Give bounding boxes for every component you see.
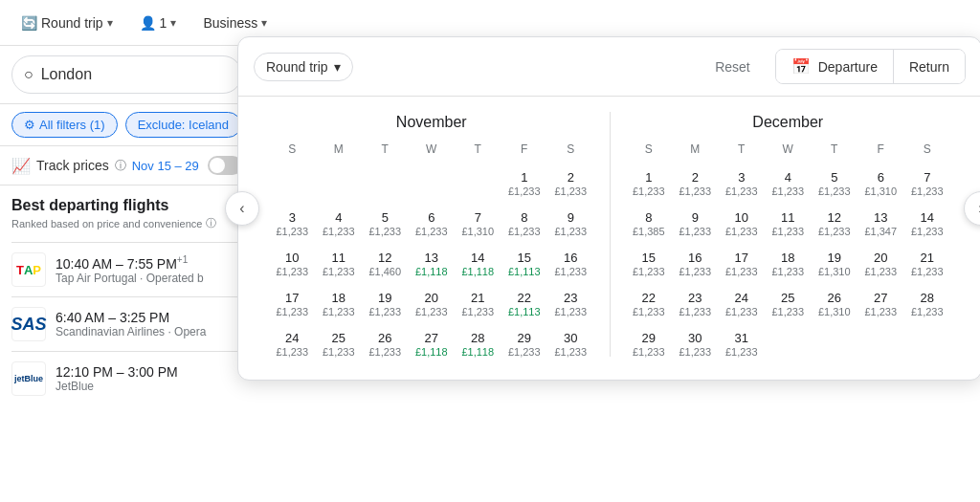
cal-cell-november-17[interactable]: 17£1,233 [269,284,316,324]
cal-cell-december-25[interactable]: 25£1,233 [765,284,812,324]
cal-cell-november-7[interactable]: 7£1,310 [455,204,501,244]
tap-time: 10:40 AM – 7:55 PM+1 [56,254,204,272]
cal-cell-november-11[interactable]: 11£1,233 [316,244,363,284]
cal-cell-november-29[interactable]: 29£1,233 [501,324,548,364]
cal-cell-december-12[interactable]: 12£1,233 [812,204,858,244]
cal-cell-december-7[interactable]: 7£1,233 [904,164,951,204]
jetblue-airline: JetBlue [56,380,178,393]
cal-cell-november-28[interactable]: 28£1,118 [455,324,501,364]
day-price: £1,233 [771,306,804,317]
cal-cell-november-14[interactable]: 14£1,118 [455,244,501,284]
flight-card-sas[interactable]: SAS 6:40 AM – 3:25 PM Scandinavian Airli… [11,296,242,351]
cal-cell-december-20[interactable]: 20£1,233 [858,244,904,284]
day-price: £1,233 [679,306,711,317]
cal-cell-november-26[interactable]: 26£1,233 [362,324,409,364]
day-number: 2 [568,170,574,185]
cal-cell-december-9[interactable]: 9£1,233 [672,204,719,244]
cal-cell-december-13[interactable]: 13£1,347 [858,204,904,244]
cal-cell-november-27[interactable]: 27£1,118 [409,324,456,364]
flight-card-jetblue[interactable]: jetBlue 12:10 PM – 3:00 PM JetBlue [11,351,242,405]
cal-cell-december-19[interactable]: 19£1,310 [812,244,858,284]
day-number: 30 [688,331,702,345]
day-price: £1,233 [368,226,401,237]
cal-cell-december-3[interactable]: 3£1,233 [719,164,766,204]
cal-cell-december-4[interactable]: 4£1,233 [765,164,812,204]
cal-cell-november-8[interactable]: 8£1,233 [501,204,548,244]
cal-cell-november-1[interactable]: 1£1,233 [501,164,548,204]
cal-cell-december-6[interactable]: 6£1,310 [858,164,904,204]
day-number: 14 [471,251,484,265]
day-price: £1,385 [633,226,665,237]
cal-cell-december-29[interactable]: 29£1,233 [626,324,673,364]
cal-cell-december-22[interactable]: 22£1,233 [626,284,673,324]
cal-cell-december-8[interactable]: 8£1,385 [626,204,673,244]
cal-cell-december-16[interactable]: 16£1,233 [672,244,719,284]
cal-cell-november-15[interactable]: 15£1,113 [501,244,548,284]
cal-cell-november-25[interactable]: 25£1,233 [316,324,363,364]
day-header: T [455,139,501,160]
cal-cell-november-30[interactable]: 30£1,233 [547,324,594,364]
passengers-button[interactable]: 👤 1 ▾ [130,10,187,36]
cal-cell-december-14[interactable]: 14£1,233 [904,204,951,244]
day-price: £1,118 [461,346,494,358]
reset-button[interactable]: Reset [709,54,756,80]
cal-cell-november-22[interactable]: 22£1,113 [501,284,548,324]
departure-field[interactable]: 📅 Departure [776,50,894,83]
cal-cell-november-19[interactable]: 19£1,233 [362,284,409,324]
search-input[interactable]: ○ London [11,55,242,94]
cal-cell-december-23[interactable]: 23£1,233 [672,284,719,324]
cal-cell-december-5[interactable]: 5£1,233 [812,164,858,204]
cal-cell-november-18[interactable]: 18£1,233 [316,284,363,324]
trip-type-button[interactable]: 🔄 Round trip ▾ [11,10,122,36]
cal-cell-december-24[interactable]: 24£1,233 [719,284,766,324]
filters-row: ⚙ All filters (1) Exclude: Iceland [0,104,254,146]
day-price: £1,233 [818,226,851,237]
day-price: £1,233 [323,306,355,317]
cal-cell-december-21[interactable]: 21£1,233 [904,244,951,284]
cal-cell-december-10[interactable]: 10£1,233 [719,204,766,244]
cal-cell-november-16[interactable]: 16£1,233 [547,244,594,284]
day-number: 17 [735,251,748,265]
day-number: 5 [382,210,389,225]
cal-cell-november-9[interactable]: 9£1,233 [547,204,594,244]
cal-cell-december-27[interactable]: 27£1,233 [858,284,904,324]
departure-return-fields: 📅 Departure Return [775,49,966,84]
cal-cell-december-26[interactable]: 26£1,310 [812,284,858,324]
day-price: £1,233 [276,306,308,317]
cal-cell-december-30[interactable]: 30£1,233 [672,324,719,364]
cal-cell-november-4[interactable]: 4£1,233 [316,204,363,244]
cal-cell-december-11[interactable]: 11£1,233 [765,204,812,244]
cal-cell-december-1[interactable]: 1£1,233 [626,164,673,204]
all-filters-button[interactable]: ⚙ All filters (1) [11,112,118,138]
class-button[interactable]: Business ▾ [193,10,277,36]
cal-cell-november-13[interactable]: 13£1,118 [409,244,456,284]
cal-cell-december-18[interactable]: 18£1,233 [765,244,812,284]
search-value: London [41,66,92,83]
cal-cell-november-20[interactable]: 20£1,233 [409,284,456,324]
prev-month-button[interactable]: ‹ [225,191,259,226]
cal-cell-november-10[interactable]: 10£1,233 [269,244,316,284]
cal-cell-december-15[interactable]: 15£1,233 [626,244,673,284]
cal-cell-november-12[interactable]: 12£1,460 [362,244,409,284]
cal-cell-december-28[interactable]: 28£1,233 [904,284,951,324]
flight-card-tap[interactable]: TAP 10:40 AM – 7:55 PM+1 Tap Air Portuga… [11,242,242,296]
cal-cell-november-21[interactable]: 21£1,233 [455,284,501,324]
cal-cell-november-2[interactable]: 2£1,233 [547,164,594,204]
cal-cell-november-23[interactable]: 23£1,233 [547,284,594,324]
cal-cell-november-6[interactable]: 6£1,233 [409,204,456,244]
cal-cell-december-31[interactable]: 31£1,233 [719,324,766,364]
return-field[interactable]: Return [894,50,965,83]
trip-type-label: Round trip [41,15,103,31]
day-number: 6 [878,170,884,185]
cal-cell-november-5[interactable]: 5£1,233 [362,204,409,244]
day-header: M [316,139,363,160]
calendar-icon: 📅 [791,57,811,76]
cal-cell-december-17[interactable]: 17£1,233 [719,244,766,284]
cal-cell-november-3[interactable]: 3£1,233 [269,204,316,244]
exclude-filter-button[interactable]: Exclude: Iceland [125,112,241,138]
sas-logo: SAS [11,307,46,341]
day-number: 29 [642,331,656,345]
cal-cell-december-2[interactable]: 2£1,233 [672,164,719,204]
cal-cell-november-24[interactable]: 24£1,233 [269,324,316,364]
cal-trip-type-button[interactable]: Round trip ▾ [254,53,353,81]
